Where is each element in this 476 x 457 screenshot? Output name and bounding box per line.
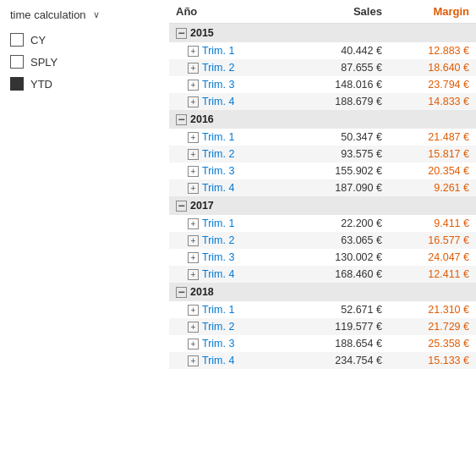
expand-icon[interactable]: + (188, 183, 199, 194)
collapse-icon[interactable]: − (176, 28, 187, 39)
margin-value: 21.310 € (389, 301, 476, 318)
expand-icon[interactable]: + (188, 46, 199, 57)
collapse-icon[interactable]: − (176, 201, 187, 212)
table-row: + Trim. 1 40.442 € 12.883 € (169, 42, 476, 59)
expand-icon[interactable]: + (188, 252, 199, 263)
expand-icon[interactable]: + (188, 96, 199, 107)
expand-icon[interactable]: + (188, 149, 199, 160)
expand-icon[interactable]: + (188, 132, 199, 143)
margin-value: 15.817 € (389, 146, 476, 162)
table-row: + Trim. 4 168.460 € 12.411 € (169, 266, 476, 283)
sply-checkbox[interactable] (10, 55, 24, 69)
sales-value: 40.442 € (292, 42, 389, 59)
ytd-filter-item[interactable]: YTD (10, 77, 159, 91)
table-row: + Trim. 2 63.065 € 16.577 € (169, 232, 476, 249)
cy-checkbox[interactable] (10, 33, 24, 47)
sales-value: 155.902 € (292, 162, 389, 179)
year-label: 2018 (190, 286, 214, 298)
sales-value: 234.754 € (292, 352, 389, 369)
data-table-panel: Año Sales Margin − 2015 + Trim. 1 40.442… (169, 0, 476, 457)
margin-value: 18.640 € (389, 59, 476, 76)
sales-value: 22.200 € (292, 215, 389, 232)
quarter-label: Trim. 1 (202, 217, 234, 229)
data-table: Año Sales Margin − 2015 + Trim. 1 40.442… (169, 0, 476, 369)
table-row: + Trim. 3 130.002 € 24.047 € (169, 249, 476, 266)
year-row[interactable]: − 2016 (169, 110, 476, 129)
expand-icon[interactable]: + (188, 166, 199, 177)
sply-filter-item[interactable]: SPLY (10, 55, 159, 69)
year-row[interactable]: − 2018 (169, 283, 476, 301)
expand-icon[interactable]: + (188, 63, 199, 74)
margin-value: 25.358 € (389, 335, 476, 352)
table-row: + Trim. 1 50.347 € 21.487 € (169, 129, 476, 146)
quarter-label: Trim. 1 (202, 45, 234, 57)
expand-icon[interactable]: + (188, 339, 199, 350)
margin-value: 9.261 € (389, 179, 476, 196)
expand-icon[interactable]: + (188, 305, 199, 316)
year-label: 2016 (190, 113, 214, 125)
quarter-label: Trim. 1 (202, 131, 234, 143)
col-header-ano: Año (169, 0, 292, 24)
quarter-label: Trim. 2 (202, 148, 234, 160)
margin-value: 9.411 € (389, 215, 476, 232)
sales-value: 188.679 € (292, 93, 389, 110)
year-row[interactable]: − 2015 (169, 24, 476, 43)
col-header-sales: Sales (292, 0, 389, 24)
table-row: + Trim. 2 93.575 € 15.817 € (169, 146, 476, 162)
table-row: + Trim. 3 155.902 € 20.354 € (169, 162, 476, 179)
collapse-icon[interactable]: − (176, 287, 187, 298)
ytd-checkbox[interactable] (10, 77, 24, 91)
time-calc-header[interactable]: time calculation ∨ (10, 8, 159, 21)
sales-value: 63.065 € (292, 232, 389, 249)
margin-value: 14.833 € (389, 93, 476, 110)
col-header-margin: Margin (389, 0, 476, 24)
quarter-label: Trim. 4 (202, 355, 234, 366)
table-row: + Trim. 1 22.200 € 9.411 € (169, 215, 476, 232)
margin-value: 20.354 € (389, 162, 476, 179)
table-row: + Trim. 4 187.090 € 9.261 € (169, 179, 476, 196)
left-panel: time calculation ∨ CY SPLY YTD (0, 0, 169, 457)
expand-icon[interactable]: + (188, 80, 199, 91)
expand-icon[interactable]: + (188, 355, 199, 366)
margin-value: 12.411 € (389, 266, 476, 283)
quarter-label: Trim. 1 (202, 304, 234, 316)
expand-icon[interactable]: + (188, 235, 199, 246)
year-row[interactable]: − 2017 (169, 196, 476, 215)
sales-value: 148.016 € (292, 76, 389, 93)
sales-value: 87.655 € (292, 59, 389, 76)
expand-icon[interactable]: + (188, 269, 199, 280)
quarter-label: Trim. 2 (202, 321, 234, 333)
table-row: + Trim. 4 188.679 € 14.833 € (169, 93, 476, 110)
cy-label: CY (30, 34, 46, 47)
quarter-label: Trim. 3 (202, 338, 234, 350)
sales-value: 130.002 € (292, 249, 389, 266)
margin-value: 16.577 € (389, 232, 476, 249)
quarter-label: Trim. 4 (202, 96, 234, 107)
collapse-icon[interactable]: − (176, 114, 187, 125)
quarter-label: Trim. 4 (202, 268, 234, 280)
margin-value: 21.487 € (389, 129, 476, 146)
quarter-label: Trim. 3 (202, 165, 234, 177)
margin-value: 21.729 € (389, 318, 476, 335)
quarter-label: Trim. 2 (202, 234, 234, 246)
expand-icon[interactable]: + (188, 322, 199, 333)
sales-value: 52.671 € (292, 301, 389, 318)
margin-value: 23.794 € (389, 76, 476, 93)
sply-label: SPLY (30, 56, 57, 69)
sales-value: 168.460 € (292, 266, 389, 283)
sales-value: 50.347 € (292, 129, 389, 146)
expand-icon[interactable]: + (188, 218, 199, 229)
table-row: + Trim. 3 148.016 € 23.794 € (169, 76, 476, 93)
table-row: + Trim. 2 119.577 € 21.729 € (169, 318, 476, 335)
year-label: 2015 (190, 27, 214, 39)
sales-value: 119.577 € (292, 318, 389, 335)
quarter-label: Trim. 2 (202, 62, 234, 74)
table-row: + Trim. 3 188.654 € 25.358 € (169, 335, 476, 352)
sales-value: 93.575 € (292, 146, 389, 162)
margin-value: 12.883 € (389, 42, 476, 59)
margin-value: 24.047 € (389, 249, 476, 266)
quarter-label: Trim. 3 (202, 79, 234, 91)
cy-filter-item[interactable]: CY (10, 33, 159, 47)
sales-value: 188.654 € (292, 335, 389, 352)
margin-value: 15.133 € (389, 352, 476, 369)
